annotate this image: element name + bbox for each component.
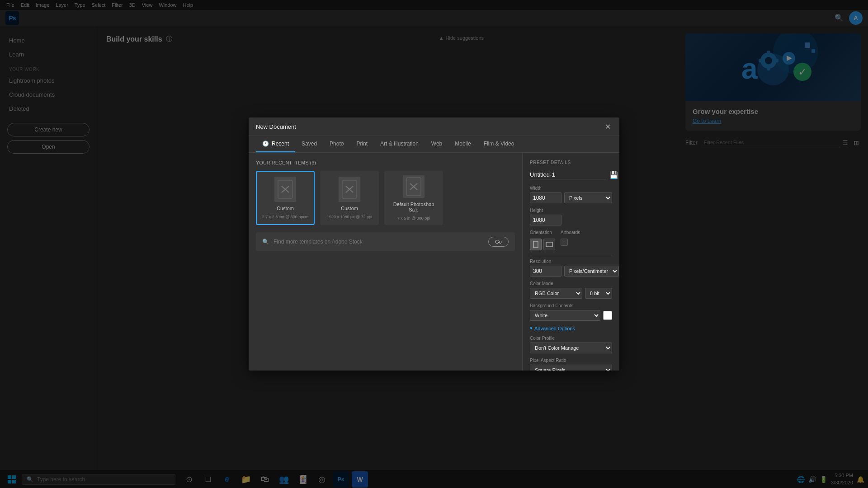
artboard-group: Artboards — [561, 230, 580, 246]
recent-item-size-3: 7 x 5 in @ 300 ppi — [397, 216, 430, 221]
recent-item-size-1: 2.7 x 2.8 cm @ 300 ppcm — [262, 215, 309, 219]
resolution-input[interactable] — [530, 266, 561, 277]
dialog-tabs: 🕐 Recent Saved Photo Print Art & Illustr… — [249, 136, 619, 153]
bit-depth-select[interactable]: 8 bit — [585, 288, 612, 299]
chevron-down-icon: ▾ — [530, 325, 533, 331]
pixel-aspect-select[interactable]: Square Pixels — [530, 365, 612, 371]
height-label: Height — [530, 208, 612, 213]
recent-item-name-3: Default Photoshop Size — [389, 202, 439, 212]
tab-film-video[interactable]: Film & Video — [477, 136, 521, 152]
landscape-button[interactable] — [543, 239, 555, 250]
background-contents-select[interactable]: White — [530, 310, 600, 321]
recent-item-name-2: Custom — [341, 206, 358, 211]
dialog-close-button[interactable]: ✕ — [603, 122, 612, 131]
template-search-input[interactable] — [274, 239, 484, 245]
preset-name-row: 💾 — [530, 170, 612, 179]
recent-item-icon-1 — [274, 177, 296, 202]
dialog-title: New Document — [256, 123, 296, 130]
landscape-icon — [546, 242, 553, 247]
orientation-group: Orientation — [530, 230, 555, 250]
dialog-header: New Document ✕ — [249, 117, 619, 136]
recent-item-icon-2 — [339, 177, 360, 202]
recent-item-size-2: 868 x 488 px @ 72 ppi — [327, 215, 372, 219]
search-icon: 🔍 — [262, 239, 269, 245]
width-input[interactable] — [530, 192, 561, 203]
preset-details-label: PRESET DETAILS — [530, 160, 612, 165]
advanced-options-toggle[interactable]: ▾ Advanced Options — [530, 325, 612, 331]
recent-item-icon-3 — [403, 175, 425, 198]
color-mode-label: Color Mode — [530, 281, 612, 286]
tab-recent[interactable]: 🕐 Recent — [256, 136, 295, 152]
clock-icon: 🕐 — [262, 141, 269, 147]
background-color-swatch[interactable] — [603, 311, 612, 320]
portrait-icon — [533, 241, 538, 248]
background-contents-row: White — [530, 310, 612, 321]
height-row — [530, 215, 612, 225]
portrait-button[interactable] — [530, 239, 542, 250]
dialog-left: YOUR RECENT ITEMS (3) Custom 2.7 x 2.8 — [249, 153, 522, 371]
resolution-label: Resolution — [530, 259, 612, 264]
advanced-options-label: Advanced Options — [534, 326, 575, 331]
new-document-dialog: New Document ✕ 🕐 Recent Saved Photo Prin… — [249, 117, 619, 371]
orientation-artboard-row: Orientation — [530, 230, 612, 250]
height-input[interactable] — [530, 215, 561, 225]
template-search: 🔍 Go — [256, 232, 515, 251]
tab-mobile[interactable]: Mobile — [448, 136, 477, 152]
color-profile-select[interactable]: Don't Color Manage — [530, 343, 612, 353]
pixel-aspect-label: Pixel Aspect Ratio — [530, 358, 612, 363]
background-contents-label: Background Contents — [530, 303, 612, 308]
color-profile-label: Color Profile — [530, 336, 612, 341]
tab-print[interactable]: Print — [350, 136, 374, 152]
pixel-aspect-section: Pixel Aspect Ratio Square Pixels — [530, 358, 612, 371]
orientation-buttons — [530, 239, 555, 250]
recent-items-grid: Custom 2.7 x 2.8 cm @ 300 ppcm Custo — [256, 171, 515, 225]
recent-item-2[interactable]: Custom 868 x 488 px @ 72 ppi — [320, 171, 379, 225]
preset-name-input[interactable] — [530, 170, 606, 179]
tab-saved[interactable]: Saved — [295, 136, 323, 152]
recent-item-1[interactable]: Custom 2.7 x 2.8 cm @ 300 ppcm — [256, 171, 315, 225]
width-row: Pixels — [530, 192, 612, 203]
recent-items-header: YOUR RECENT ITEMS (3) — [256, 160, 515, 165]
svg-rect-25 — [546, 242, 552, 247]
width-unit-select[interactable]: Pixels — [564, 192, 612, 203]
save-preset-button[interactable]: 💾 — [609, 171, 618, 179]
template-go-button[interactable]: Go — [488, 237, 509, 247]
artboards-label: Artboards — [561, 230, 580, 235]
resolution-unit-select[interactable]: Pixels/Centimeter — [564, 266, 619, 277]
color-mode-row: RGB Color 8 bit — [530, 288, 612, 299]
recent-item-name-1: Custom — [277, 206, 294, 211]
recent-item-3[interactable]: Default Photoshop Size 7 x 5 in @ 300 pp… — [384, 171, 443, 225]
dialog-body: YOUR RECENT ITEMS (3) Custom 2.7 x 2.8 — [249, 153, 619, 371]
artboard-checkbox[interactable] — [561, 239, 568, 246]
resolution-row: Pixels/Centimeter — [530, 266, 612, 277]
preset-details-panel: PRESET DETAILS 💾 Width Pixels Height — [522, 153, 619, 371]
tab-web[interactable]: Web — [425, 136, 448, 152]
color-mode-select[interactable]: RGB Color — [530, 288, 582, 299]
width-label: Width — [530, 186, 612, 191]
divider — [530, 255, 612, 255]
color-profile-section: Color Profile Don't Color Manage — [530, 336, 612, 353]
svg-rect-24 — [533, 241, 538, 248]
tab-photo[interactable]: Photo — [323, 136, 350, 152]
tab-art-illustration[interactable]: Art & Illustration — [374, 136, 425, 152]
modal-overlay: New Document ✕ 🕐 Recent Saved Photo Prin… — [0, 0, 868, 488]
orientation-label: Orientation — [530, 230, 555, 235]
